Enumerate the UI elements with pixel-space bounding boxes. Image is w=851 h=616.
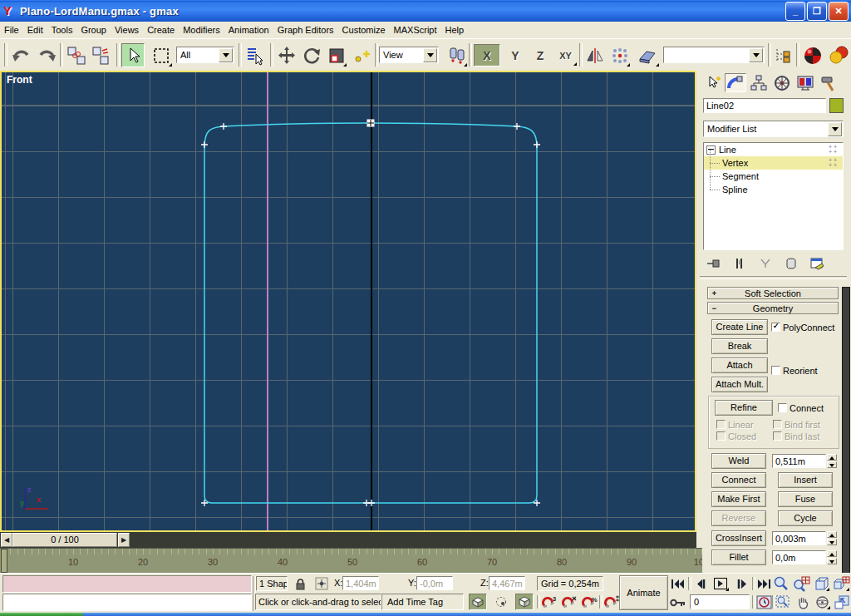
time-slider-track[interactable]: ◀ 0 / 100 ▶ <box>0 532 696 548</box>
zoom-all-button[interactable] <box>792 575 810 592</box>
schematic-view-button[interactable] <box>772 43 794 67</box>
track-bar[interactable]: 102030405060708090100 <box>0 548 702 573</box>
remove-modifier-button[interactable] <box>782 255 800 272</box>
crossing-selection-toggle[interactable] <box>515 594 534 610</box>
rollout-geometry[interactable]: −Geometry <box>707 302 839 314</box>
stack-item-spline[interactable]: Spline <box>704 183 843 196</box>
linear-checkbox[interactable] <box>716 420 726 429</box>
time-back-arrow[interactable]: ◀ <box>1 533 12 547</box>
menu-views[interactable]: Views <box>111 23 143 37</box>
previous-frame-button[interactable] <box>691 575 709 592</box>
modifier-list-combo[interactable]: Modifier List <box>703 121 844 137</box>
vertex-marker[interactable] <box>220 123 227 130</box>
dropdown-arrow-icon[interactable] <box>749 48 763 62</box>
menu-modifiers[interactable]: Modifiers <box>179 23 224 37</box>
spinner-snap-toggle[interactable] <box>603 594 621 610</box>
add-time-tag[interactable]: Add Time Tag <box>381 594 464 610</box>
use-center-button[interactable] <box>445 43 468 67</box>
go-to-start-button[interactable] <box>668 575 686 592</box>
make-first-button[interactable]: Make First <box>711 491 766 507</box>
undo-button[interactable] <box>10 43 32 67</box>
time-configuration-button[interactable] <box>755 594 773 610</box>
animate-button[interactable]: Animate <box>619 575 668 610</box>
fillet-value-field[interactable]: 0,0m <box>772 550 826 564</box>
menu-create[interactable]: Create <box>143 23 179 37</box>
start-button[interactable] <box>0 613 83 616</box>
dropdown-arrow-icon[interactable] <box>219 48 233 62</box>
time-slider-handle[interactable]: 0 / 100 <box>12 533 117 547</box>
object-name-field[interactable]: Line02 <box>703 98 826 113</box>
restrict-x-button[interactable]: X <box>474 44 500 67</box>
show-end-result-button[interactable] <box>730 255 749 272</box>
fillet-button[interactable]: Fillet <box>711 549 766 565</box>
menu-graph-editors[interactable]: Graph Editors <box>273 23 338 37</box>
x-coord-field[interactable]: 1,404m <box>342 576 379 590</box>
crossinsert-value-field[interactable]: 0,003m <box>772 531 826 545</box>
menu-file[interactable]: File <box>0 23 23 37</box>
stack-item-segment[interactable]: Segment <box>704 170 843 183</box>
restrict-z-button[interactable]: Z <box>529 44 551 67</box>
bind-last-checkbox[interactable] <box>773 431 782 441</box>
viewport-label[interactable]: Front <box>7 74 32 86</box>
select-object-button[interactable] <box>121 43 145 67</box>
zoom-button[interactable] <box>772 575 790 592</box>
maxscript-mini-listener-pink[interactable] <box>2 575 252 593</box>
menu-group[interactable]: Group <box>76 23 111 37</box>
arc-rotate-button[interactable] <box>813 594 831 610</box>
vertex-marker[interactable] <box>201 141 208 148</box>
stack-item-line[interactable]: Line+ ++ + <box>704 143 843 156</box>
dropdown-arrow-icon[interactable] <box>828 122 842 136</box>
selection-mode-toggle[interactable] <box>492 594 510 610</box>
close-button[interactable]: ✕ <box>829 2 849 21</box>
pan-button[interactable] <box>794 594 812 610</box>
panel-scrollbar[interactable] <box>842 287 850 574</box>
break-button[interactable]: Break <box>711 338 768 354</box>
vertex-marker[interactable] <box>534 141 540 148</box>
weld-value-field[interactable]: 0,511m <box>772 454 826 468</box>
refine-button[interactable]: Refine <box>715 400 773 416</box>
selection-region-button[interactable] <box>150 43 173 67</box>
vertex-marker[interactable] <box>514 123 520 130</box>
selected-vertex-marker[interactable] <box>367 120 374 126</box>
next-frame-button[interactable] <box>733 575 751 592</box>
fuse-button[interactable]: Fuse <box>778 491 833 507</box>
render-button[interactable] <box>827 43 849 67</box>
attach-mult-button[interactable]: Attach Mult. <box>711 377 768 392</box>
play-button[interactable] <box>711 575 730 592</box>
tab-hierarchy[interactable] <box>748 73 770 92</box>
align-button[interactable] <box>635 43 660 67</box>
tab-modify[interactable] <box>725 73 746 92</box>
restrict-xy-button[interactable]: XY <box>553 44 578 67</box>
windows-taskbar[interactable] <box>0 613 851 616</box>
dropdown-arrow-icon[interactable] <box>423 48 437 62</box>
track-bar-frame-marker[interactable] <box>1 549 7 573</box>
closed-checkbox[interactable] <box>716 431 726 441</box>
array-button[interactable] <box>608 43 631 67</box>
make-unique-button[interactable] <box>756 255 775 272</box>
configure-modifier-sets-button[interactable] <box>808 255 826 272</box>
vertex-marker[interactable] <box>368 500 375 506</box>
reference-coordinate-combo[interactable]: View <box>379 47 439 63</box>
reverse-button[interactable]: Reverse <box>711 510 766 526</box>
create-line-button[interactable]: Create Line <box>711 319 768 335</box>
go-to-end-button[interactable] <box>755 575 773 592</box>
collapse-icon[interactable] <box>706 145 716 155</box>
zoom-extents-all-button[interactable] <box>832 575 850 592</box>
object-color-swatch[interactable] <box>829 98 844 113</box>
min-max-toggle-button[interactable] <box>833 594 851 610</box>
redo-button[interactable] <box>35 43 57 67</box>
tab-create[interactable] <box>701 73 723 92</box>
tab-motion[interactable] <box>771 73 793 92</box>
weld-spinner[interactable] <box>827 454 837 468</box>
time-forward-arrow[interactable]: ▶ <box>118 533 130 547</box>
absolute-mode-button[interactable] <box>313 575 330 592</box>
menu-edit[interactable]: Edit <box>23 23 47 37</box>
tab-utilities[interactable] <box>818 73 839 92</box>
material-editor-button[interactable] <box>800 43 824 67</box>
maxscript-mini-listener-white[interactable] <box>2 594 252 611</box>
pin-stack-button[interactable] <box>705 255 723 272</box>
insert-button[interactable]: Insert <box>778 472 833 488</box>
window-selection-toggle[interactable] <box>469 594 487 610</box>
selection-filter-combo[interactable]: All <box>176 47 234 63</box>
viewport-canvas[interactable]: x y z <box>2 72 695 530</box>
